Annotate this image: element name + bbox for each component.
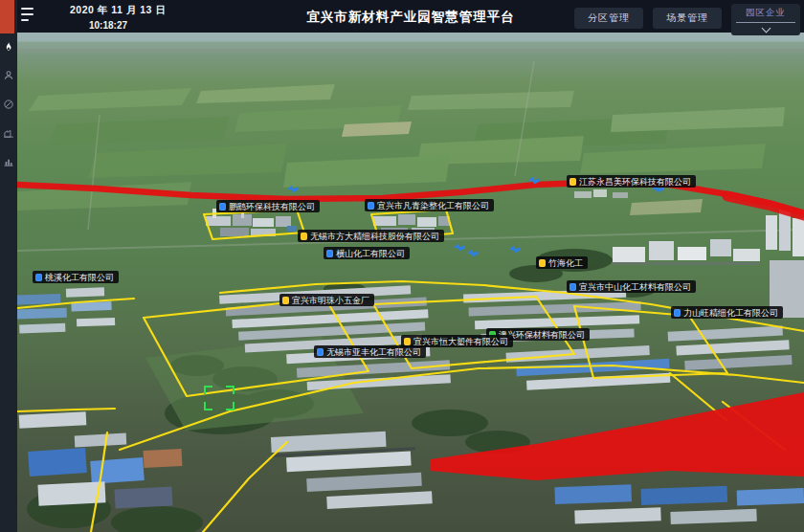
company-label[interactable]: 竹海化工 [536, 256, 588, 269]
company-label[interactable]: 桃溪化工有限公司 [33, 271, 119, 283]
company-name: 鹏鹞环保科技有限公司 [229, 202, 315, 211]
company-marker-icon [317, 348, 324, 356]
company-label[interactable]: 横山化工有限公司 [324, 247, 410, 259]
bird-sprite [467, 250, 479, 257]
company-marker-icon [570, 283, 576, 291]
company-name: 江苏永昌美环保科技有限公司 [579, 177, 691, 187]
company-label[interactable]: 无锡市方大精细科技股份有限公司 [298, 230, 444, 242]
company-name: 无锡市亚丰化工有限公司 [326, 347, 421, 357]
fire-icon[interactable] [3, 40, 15, 53]
zone-manage-button[interactable]: 分区管理 [574, 8, 643, 29]
company-marker-icon [368, 202, 374, 210]
company-name: 力山旺精细化工有限公司 [683, 308, 778, 318]
company-marker-icon [219, 203, 226, 211]
company-label[interactable]: 宜兴市明珠小五金厂 [279, 294, 374, 306]
company-marker-icon [282, 297, 289, 304]
compass-icon[interactable] [3, 98, 15, 110]
company-marker-icon [301, 233, 307, 240]
company-name: 桃溪化工有限公司 [45, 273, 114, 282]
map-3d-viewport[interactable]: 鹏鹞环保科技有限公司 宜兴市凡青染整化工有限公司 无锡市方大精细科技股份有限公司… [17, 33, 804, 532]
bird-sprite [528, 177, 540, 185]
company-name: 宜兴市明珠小五金厂 [292, 296, 369, 305]
company-name: 宜兴市凡青染整化工有限公司 [377, 201, 489, 211]
company-name: 无锡市方大精细科技股份有限公司 [310, 232, 439, 241]
company-label[interactable]: 宜兴市中山化工材料有限公司 [567, 280, 696, 293]
bar-chart-icon[interactable] [3, 155, 15, 167]
company-marker-icon [570, 178, 576, 186]
park-enterprise-dropdown[interactable]: 园区企业 [731, 4, 800, 35]
company-label[interactable]: 宜兴市凡青染整化工有限公司 [365, 199, 494, 211]
bird-sprite [454, 244, 465, 252]
company-marker-icon [674, 309, 681, 317]
company-marker-icon [35, 274, 42, 281]
factory-icon[interactable] [3, 126, 15, 139]
header-bar: 2020 年 11 月 13 日 10:18:27 宜兴市新材料产业园智慧管理平… [17, 0, 804, 33]
selection-bracket [204, 386, 234, 410]
company-name: 宜兴市恒大塑件有限公司 [413, 337, 508, 346]
dropdown-label: 园区企业 [746, 6, 786, 22]
person-icon[interactable] [3, 69, 15, 81]
company-label[interactable]: 无锡市亚丰化工有限公司 [314, 345, 426, 358]
company-label[interactable]: 鹏鹞环保科技有限公司 [216, 200, 320, 212]
scene-manage-button[interactable]: 场景管理 [653, 8, 722, 29]
bird-sprite [509, 246, 521, 254]
sidebar [0, 0, 17, 532]
company-label[interactable]: 江苏永昌美环保科技有限公司 [567, 175, 696, 188]
chevron-down-icon [761, 24, 770, 33]
company-name: 横山化工有限公司 [336, 249, 405, 258]
bird-sprite [287, 186, 299, 193]
sidebar-accent-block [0, 0, 14, 33]
company-marker-icon [539, 259, 546, 267]
company-name: 竹海化工 [548, 258, 583, 268]
company-marker-icon [404, 338, 411, 345]
company-name: 宜兴市中山化工材料有限公司 [579, 282, 691, 292]
company-label[interactable]: 力山旺精细化工有限公司 [671, 306, 783, 319]
app-window: 2020 年 11 月 13 日 10:18:27 宜兴市新材料产业园智慧管理平… [0, 0, 804, 532]
company-marker-icon [326, 250, 333, 257]
